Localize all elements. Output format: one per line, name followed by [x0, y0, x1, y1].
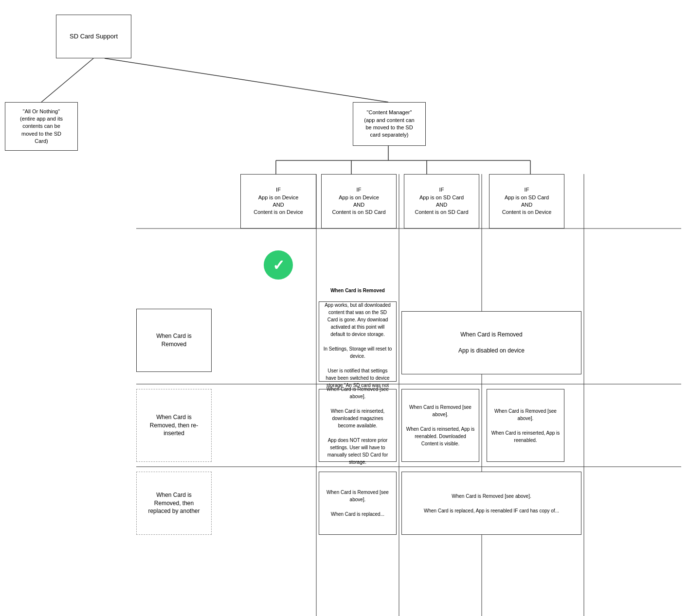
if-box-3: IFApp is on SD CardANDContent is on SD C…: [404, 174, 479, 229]
reinserted-col4: When Card is Removed [see above]. When C…: [487, 389, 564, 462]
if-box-4: IFApp is on SD CardANDContent is on Devi…: [489, 174, 564, 229]
reinserted-col4-text: When Card is Removed [see above]. When C…: [491, 407, 560, 444]
removed-col2-text: When Card is Removed App works, but all …: [323, 287, 392, 396]
if2-label: IFApp is on DeviceANDContent is on SD Ca…: [332, 186, 385, 216]
content-manager-node: "Content Manager"(app and content canbe …: [353, 102, 426, 146]
removed-left-label: When Card isRemoved: [136, 309, 212, 372]
all-or-nothing-label: "All Or Nothing"(entire app and itsconte…: [20, 108, 63, 145]
reinserted-col2-text: When Card is Removed [see above]. When C…: [323, 386, 392, 466]
checkmark-icon: [264, 250, 293, 280]
replaced-left-label: When Card isRemoved, thenreplaced by ano…: [136, 472, 212, 535]
diagram-container: SD Card Support "All Or Nothing"(entire …: [0, 0, 689, 616]
if4-label: IFApp is on SD CardANDContent is on Devi…: [502, 186, 552, 216]
reinserted-col3: When Card is Removed [see above]. When C…: [401, 389, 479, 462]
svg-line-0: [41, 58, 93, 102]
replaced-col2: When Card is Removed [see above]. When C…: [319, 472, 397, 535]
if-box-1: IFApp is on DeviceANDContent is on Devic…: [240, 174, 316, 229]
if-box-2: IFApp is on DeviceANDContent is on SD Ca…: [321, 174, 397, 229]
reinserted-left-label: When Card isRemoved, then re-inserted: [136, 389, 212, 462]
removed-col34-text: When Card is RemovedApp is disabled on d…: [458, 331, 525, 355]
replaced-col3: When Card is Removed [see above]. When C…: [401, 472, 581, 535]
removed-left-text: When Card isRemoved: [156, 332, 192, 349]
replaced-col2-text: When Card is Removed [see above]. When C…: [323, 489, 392, 518]
reinserted-left-text: When Card isRemoved, then re-inserted: [150, 413, 198, 438]
replaced-left-text: When Card isRemoved, thenreplaced by ano…: [148, 491, 199, 515]
all-or-nothing-node: "All Or Nothing"(entire app and itsconte…: [5, 102, 78, 151]
svg-line-1: [105, 58, 388, 102]
removed-col2-detail: When Card is Removed App works, but all …: [319, 301, 397, 382]
if3-label: IFApp is on SD CardANDContent is on SD C…: [415, 186, 468, 216]
reinserted-col2: When Card is Removed [see above]. When C…: [319, 389, 397, 462]
content-manager-label: "Content Manager"(app and content canbe …: [364, 109, 414, 139]
reinserted-col3-text: When Card is Removed [see above]. When C…: [406, 404, 475, 447]
removed-col34-detail: When Card is RemovedApp is disabled on d…: [401, 311, 581, 374]
replaced-col3-text: When Card is Removed [see above]. When C…: [424, 493, 559, 514]
if1-label: IFApp is on DeviceANDContent is on Devic…: [254, 186, 303, 216]
root-node: SD Card Support: [56, 15, 131, 58]
